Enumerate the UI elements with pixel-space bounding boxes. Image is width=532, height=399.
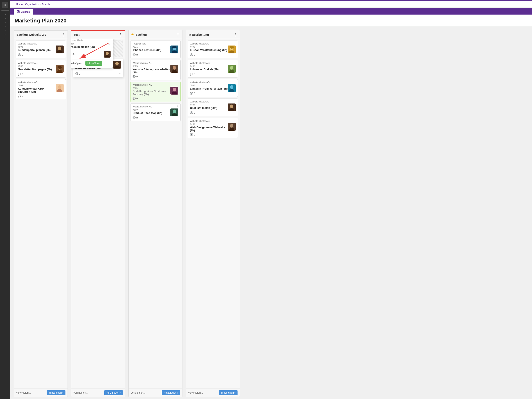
card-company-499: Webiste Muster AG	[190, 120, 236, 122]
card-id-496: #496	[190, 45, 227, 48]
sidebar-chevron-6[interactable]: ▸	[5, 33, 6, 35]
column-menu-btn-backlog[interactable]: ⋮	[176, 33, 180, 37]
card-comments-504: 💬 0	[18, 95, 63, 97]
edit-icon-popup[interactable]: ✎	[108, 43, 111, 46]
hinzufuegen-btn-inb[interactable]: Hinzufügen	[219, 390, 238, 395]
column-menu-btn-1[interactable]: ⋮	[61, 33, 65, 37]
card-496[interactable]: Webiste Muster AG #496 E-Book Veröffentl…	[188, 40, 238, 58]
sidebar-chevron-7[interactable]: ▸	[5, 37, 6, 39]
avatar-498	[228, 65, 236, 73]
left-sidebar: ≡ ▾ ▾ ▾ ▾ ▾ ▸ ▸	[0, 0, 10, 399]
popup-hinzufuegen-btn[interactable]: Hinzufügen	[85, 61, 102, 66]
svg-point-8	[58, 85, 61, 89]
edit-icon-500[interactable]: ✎	[177, 105, 179, 108]
svg-point-1	[58, 47, 61, 50]
card-499[interactable]: Webiste Muster AG #499 Web-Design neue W…	[188, 118, 238, 138]
boards-tab-label: Boards	[21, 10, 30, 13]
card-495[interactable]: Webiste Muster AG #495 Erstellung einer …	[130, 82, 181, 102]
svg-point-26	[173, 88, 176, 91]
sidebar-menu-icon[interactable]: ≡	[2, 2, 8, 8]
avatar-497	[228, 103, 236, 111]
verknuepfen-btn-backlog[interactable]: Verknüpfen...	[131, 391, 146, 394]
svg-point-36	[230, 66, 233, 70]
card-id-505: #505	[133, 65, 171, 67]
card-company-495: Webiste Muster AG	[133, 83, 178, 86]
card-company-506: Webiste Muster AG	[190, 81, 236, 83]
verknuepfen-btn-inb[interactable]: Verknüpfen...	[188, 391, 203, 394]
breadcrumb-home[interactable]: Home	[16, 3, 23, 6]
boards-tab[interactable]: Boards	[14, 9, 33, 14]
avatar-503	[56, 45, 63, 53]
card-comments-507: 💬 0	[18, 73, 63, 76]
sidebar-chevron-4[interactable]: ▾	[5, 25, 6, 27]
card-title-498: Influencer Co-Lab (8h)	[190, 68, 219, 71]
card-title-500: Product Road Map (8h)	[133, 111, 162, 114]
card-id-498: #498	[190, 65, 219, 67]
card-comments-495: 💬 0	[133, 97, 178, 100]
column-backlog-website: Backlog Webseite 2.0 ⋮ Webiste Muster AG…	[14, 30, 68, 397]
hinzufuegen-btn-backlog[interactable]: Hinzufügen	[162, 390, 180, 395]
card-title-506: LinkedIn Profil aufsetzen (8h)	[190, 87, 228, 90]
boards-tab-icon	[17, 10, 19, 13]
verknuepfen-btn-test[interactable]: Verknüpfen...	[73, 391, 88, 394]
column-footer-test: Verknüpfen... Hinzufügen	[71, 388, 125, 397]
breadcrumb-sep-1: ›	[24, 3, 24, 6]
main-area: ⌂ Home › Organisation › Boards Boards Ma…	[10, 0, 532, 399]
comment-icon-500: 💬	[133, 116, 136, 119]
avatar-507	[56, 65, 63, 73]
cards-area-test: Projekt iPads #510 iPads bestellen (8h) …	[71, 39, 125, 388]
column-title-inb: In Bearbeitung	[189, 33, 209, 36]
card-506[interactable]: Webiste Muster AG #506 LinkedIn Profil a…	[188, 79, 238, 97]
column-footer-1: Verknüpfen... Hinzufügen	[14, 388, 68, 397]
card-500[interactable]: ✎ Webiste Muster AG #500 Product Road Ma…	[130, 103, 181, 121]
comment-icon-511: 💬	[133, 53, 136, 56]
home-icon: ⌂	[14, 3, 15, 6]
comment-icon-496: 💬	[190, 53, 193, 56]
popup-comments: 💬 0	[71, 53, 75, 56]
card-498[interactable]: Webiste Muster AG #498 Influencer Co-Lab…	[188, 60, 238, 77]
card-507[interactable]: Webiste Muster AG #507 Newsletter Kampag…	[16, 60, 66, 77]
column-menu-btn-test[interactable]: ⋮	[119, 33, 122, 37]
column-menu-btn-inb[interactable]: ⋮	[233, 33, 237, 37]
card-comments-506: 💬 0	[190, 92, 236, 95]
card-comments-499: 💬 0	[190, 133, 236, 136]
hinzufuegen-btn-test[interactable]: Hinzufügen	[104, 390, 123, 395]
hinzufuegen-btn-1[interactable]: Hinzufügen	[47, 390, 65, 395]
card-id: #503	[18, 45, 51, 48]
sidebar-chevron-3[interactable]: ▾	[5, 21, 6, 23]
comment-icon-498: 💬	[190, 73, 193, 76]
sidebar-chevron-2[interactable]: ▾	[5, 17, 6, 19]
comment-icon-507: 💬	[18, 73, 21, 76]
card-id-507: #507	[18, 65, 52, 67]
cards-area-1: Webiste Muster AG #503 Kundenportal plan…	[14, 39, 68, 388]
card-title-511: iPhones bestellen (8h)	[133, 48, 161, 51]
svg-point-20	[172, 46, 177, 48]
card-503[interactable]: Webiste Muster AG #503 Kundenportal plan…	[16, 40, 66, 58]
breadcrumb-org[interactable]: Organisation	[25, 3, 39, 6]
avatar-504	[56, 84, 63, 92]
verknuepfen-btn-1[interactable]: Verknüpfen...	[16, 391, 31, 394]
card-comments: 💬 0	[18, 53, 63, 56]
breadcrumb: ⌂ Home › Organisation › Boards	[10, 1, 532, 8]
card-title-496: E-Book Veröffentlichung (8h)	[190, 48, 227, 51]
comment-icon-506: 💬	[190, 92, 193, 95]
column-title-backlog: Backlog	[135, 33, 147, 36]
comment-icon-popup: 💬	[71, 53, 73, 56]
card-511[interactable]: Projekt iPads #511 iPhones bestellen (8h…	[130, 40, 181, 58]
comment-icon-504: 💬	[18, 95, 21, 97]
svg-point-23	[173, 66, 176, 70]
sidebar-chevron-5[interactable]: ▾	[5, 29, 6, 31]
card-505[interactable]: Webiste Muster AG #505 Website Sitemap a…	[130, 60, 181, 80]
edit-icon-drag[interactable]: ✎	[119, 72, 121, 75]
card-504[interactable]: Webiste Muster AG #504 KundenMeister CRM…	[16, 79, 66, 99]
card-497[interactable]: Webiste Muster AG #497 Chat-Bot testen (…	[188, 99, 238, 116]
column-header-test: Test ⋮	[71, 31, 125, 39]
svg-point-29	[173, 109, 176, 113]
popup-verknuepfen-btn[interactable]: Verknüpfen...	[71, 61, 84, 66]
card-title-504: KundenMeister CRM einführen (8h)	[18, 87, 56, 93]
avatar-511	[171, 45, 178, 53]
avatar-500	[171, 108, 178, 116]
sidebar-chevron-1[interactable]: ▾	[5, 13, 6, 15]
column-header-backlog: ★ Backlog ⋮	[129, 31, 182, 39]
popup-header: Projekt iPads #510 iPads bestellen (8h) …	[71, 39, 111, 50]
